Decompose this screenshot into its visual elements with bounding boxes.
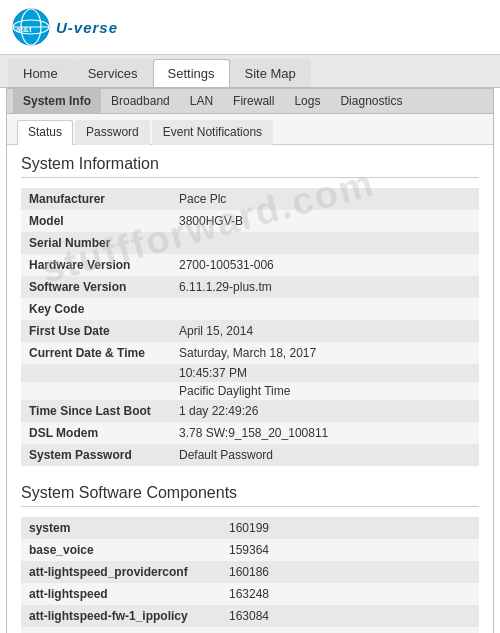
row-value: Pace Plc: [171, 188, 479, 210]
table-row: Key Code: [21, 298, 479, 320]
sub-nav-logs[interactable]: Logs: [284, 89, 330, 113]
content-area: System Info Broadband LAN Firewall Logs …: [6, 88, 494, 633]
row-label: Serial Number: [21, 232, 171, 254]
row-label: Current Date & Time: [21, 342, 171, 364]
row-label: [21, 364, 171, 382]
top-nav: Home Services Settings Site Map: [0, 55, 500, 88]
row-value: April 15, 2014: [171, 320, 479, 342]
page-body: stuffforward.com System Information Manu…: [7, 145, 493, 633]
comp-name: system: [21, 517, 221, 539]
row-value: 2700-100531-006: [171, 254, 479, 276]
row-value: Default Password: [171, 444, 479, 466]
row-value: 1 day 22:49:26: [171, 400, 479, 422]
table-row: Pacific Daylight Time: [21, 382, 479, 400]
table-row: att-lightspeed 163248: [21, 583, 479, 605]
row-value: 3.78 SW:9_158_20_100811: [171, 422, 479, 444]
att-logo-icon: at&t: [12, 8, 50, 46]
row-value: Pacific Daylight Time: [171, 382, 479, 400]
comp-value: 163084: [221, 605, 479, 627]
header: at&t U-verse: [0, 0, 500, 55]
row-value: [171, 298, 479, 320]
comp-name: att-lightspeed_providerconf: [21, 561, 221, 583]
table-row: Current Date & Time Saturday, March 18, …: [21, 342, 479, 364]
top-nav-services[interactable]: Services: [73, 59, 153, 87]
tabs-row: Status Password Event Notifications: [7, 114, 493, 145]
row-label: Time Since Last Boot: [21, 400, 171, 422]
sub-nav: System Info Broadband LAN Firewall Logs …: [7, 89, 493, 114]
tab-password[interactable]: Password: [75, 120, 150, 145]
top-nav-home[interactable]: Home: [8, 59, 73, 87]
table-row: 10:45:37 PM: [21, 364, 479, 382]
software-components-table: system 160199 base_voice 159364 att-ligh…: [21, 517, 479, 633]
comp-value: 163248: [221, 583, 479, 605]
sub-nav-diagnostics[interactable]: Diagnostics: [330, 89, 412, 113]
table-row: att-lightspeed-fw-1_ippolicy 163084: [21, 605, 479, 627]
uverse-label: U-verse: [56, 19, 118, 36]
row-value: 6.11.1.29-plus.tm: [171, 276, 479, 298]
sub-nav-system-info[interactable]: System Info: [13, 89, 101, 113]
comp-name: base_voice: [21, 539, 221, 561]
table-row: att-lightspeed_providerconf 160186: [21, 561, 479, 583]
system-info-title: System Information: [21, 155, 479, 178]
comp-name: att-lightspeed-fw-1_ippolicy: [21, 605, 221, 627]
sub-nav-broadband[interactable]: Broadband: [101, 89, 180, 113]
row-label: [21, 382, 171, 400]
system-info-table: Manufacturer Pace Plc Model 3800HGV-B Se…: [21, 188, 479, 466]
table-row: DSL Modem 3.78 SW:9_158_20_100811: [21, 422, 479, 444]
row-label: Manufacturer: [21, 188, 171, 210]
tab-event-notifications[interactable]: Event Notifications: [152, 120, 273, 145]
row-label: First Use Date: [21, 320, 171, 342]
top-nav-settings[interactable]: Settings: [153, 59, 230, 87]
row-label: Key Code: [21, 298, 171, 320]
tab-status[interactable]: Status: [17, 120, 73, 145]
table-row: Model 3800HGV-B: [21, 210, 479, 232]
table-row: Manufacturer Pace Plc: [21, 188, 479, 210]
row-value: Saturday, March 18, 2017: [171, 342, 479, 364]
row-value: 3800HGV-B: [171, 210, 479, 232]
row-label: DSL Modem: [21, 422, 171, 444]
table-row: System Password Default Password: [21, 444, 479, 466]
table-row: base_voice 159364: [21, 539, 479, 561]
row-label: Hardware Version: [21, 254, 171, 276]
svg-text:at&t: at&t: [16, 25, 32, 34]
sub-nav-lan[interactable]: LAN: [180, 89, 223, 113]
comp-value: 160199: [221, 517, 479, 539]
row-value: [171, 232, 479, 254]
comp-name: att-lightspeed: [21, 583, 221, 605]
table-row: Hardware Version 2700-100531-006: [21, 254, 479, 276]
table-row: Time Since Last Boot 1 day 22:49:26: [21, 400, 479, 422]
row-label: System Password: [21, 444, 171, 466]
table-row: att-lightspeed_cms-certs 163086: [21, 627, 479, 633]
row-label: Software Version: [21, 276, 171, 298]
row-label: Model: [21, 210, 171, 232]
att-logo: at&t U-verse: [12, 8, 118, 46]
comp-value: 160186: [221, 561, 479, 583]
comp-value: 163086: [221, 627, 479, 633]
comp-value: 159364: [221, 539, 479, 561]
top-nav-sitemap[interactable]: Site Map: [230, 59, 311, 87]
comp-name: att-lightspeed_cms-certs: [21, 627, 221, 633]
table-row: First Use Date April 15, 2014: [21, 320, 479, 342]
table-row: Software Version 6.11.1.29-plus.tm: [21, 276, 479, 298]
table-row: Serial Number: [21, 232, 479, 254]
software-components-title: System Software Components: [21, 484, 479, 507]
sub-nav-firewall[interactable]: Firewall: [223, 89, 284, 113]
table-row: system 160199: [21, 517, 479, 539]
row-value: 10:45:37 PM: [171, 364, 479, 382]
